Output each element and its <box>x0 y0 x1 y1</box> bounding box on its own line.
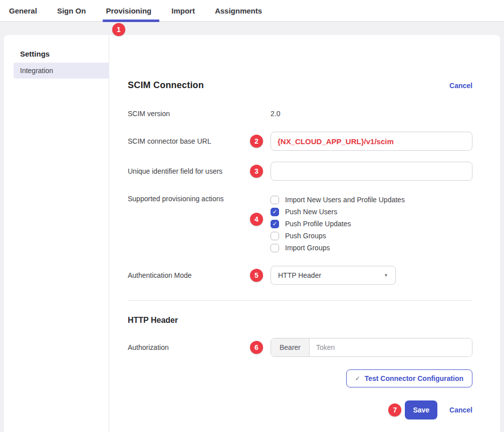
cancel-link-bottom[interactable]: Cancel <box>449 406 472 414</box>
tab-import[interactable]: Import <box>170 0 196 21</box>
checkbox-label: Push Groups <box>285 232 326 240</box>
tab-sign-on[interactable]: Sign On <box>56 0 87 21</box>
cancel-link-top[interactable]: Cancel <box>449 82 472 90</box>
settings-sidebar: Settings Integration <box>4 35 109 432</box>
step-badge-1: 1 <box>112 23 125 36</box>
step-badge-5: 5 <box>250 269 263 282</box>
checkbox-label: Push Profile Updates <box>285 220 351 228</box>
checkbox-import-new-users[interactable]: ✓ Import New Users and Profile Updates <box>271 194 472 206</box>
checkbox-import-groups[interactable]: ✓ Import Groups <box>271 242 472 254</box>
checkbox-label: Import Groups <box>285 244 330 252</box>
bearer-prefix: Bearer <box>271 338 310 356</box>
authorization-label: Authorization <box>128 342 271 352</box>
page-title: SCIM Connection <box>128 80 204 91</box>
token-input[interactable] <box>310 338 472 356</box>
checkbox-icon[interactable]: ✓ <box>271 196 279 204</box>
scim-version-value: 2.0 <box>271 110 472 118</box>
unique-identifier-label: Unique identifier field for users <box>128 166 271 176</box>
scim-connection-form: SCIM Connection Cancel SCIM version 2.0 … <box>109 35 500 432</box>
checkbox-icon[interactable]: ✓ <box>271 232 279 240</box>
checkbox-icon[interactable]: ✓ <box>271 208 279 216</box>
app-tab-bar: General Sign On Provisioning Import Assi… <box>0 0 504 22</box>
checkbox-icon[interactable]: ✓ <box>271 244 279 252</box>
check-icon: ✓ <box>355 375 360 382</box>
step-badge-4: 4 <box>250 213 263 226</box>
base-url-input[interactable] <box>271 132 472 151</box>
http-header-section-title: HTTP Header <box>128 316 472 325</box>
checkbox-push-profile-updates[interactable]: ✓ Push Profile Updates <box>271 218 472 230</box>
checkbox-label: Push New Users <box>285 208 337 216</box>
sidebar-item-integration[interactable]: Integration <box>14 63 109 79</box>
tab-provisioning[interactable]: Provisioning <box>105 0 152 21</box>
step-badge-6: 6 <box>250 341 263 354</box>
section-divider <box>128 300 472 301</box>
authentication-mode-value: HTTP Header <box>278 271 321 279</box>
step-badge-7: 7 <box>388 403 401 416</box>
base-url-row: SCIM connector base URL 2 <box>128 132 472 151</box>
step-badge-2: 2 <box>250 135 263 148</box>
provisioning-actions-row: Supported provisioning actions 4 ✓ Impor… <box>128 194 472 254</box>
scim-version-row: SCIM version 2.0 <box>128 109 472 119</box>
test-connector-configuration-label: Test Connector Configuration <box>365 374 463 382</box>
authorization-row: Authorization 6 Bearer <box>128 338 472 357</box>
provisioning-actions-label: Supported provisioning actions <box>128 194 271 204</box>
scim-version-label: SCIM version <box>128 109 271 119</box>
authentication-mode-select[interactable]: HTTP Header ▼ <box>271 266 396 285</box>
base-url-label: SCIM connector base URL <box>128 136 271 146</box>
checkbox-push-groups[interactable]: ✓ Push Groups <box>271 230 472 242</box>
checkbox-label: Import New Users and Profile Updates <box>285 196 405 204</box>
authentication-mode-label: Authentication Mode <box>128 270 271 280</box>
checkbox-icon[interactable]: ✓ <box>271 220 279 228</box>
save-button[interactable]: Save <box>405 400 437 419</box>
chevron-down-icon: ▼ <box>384 273 388 278</box>
authentication-mode-row: Authentication Mode 5 HTTP Header ▼ <box>128 266 472 285</box>
provisioning-panel: Settings Integration SCIM Connection Can… <box>4 35 500 432</box>
sidebar-heading: Settings <box>20 50 109 58</box>
checkbox-push-new-users[interactable]: ✓ Push New Users <box>271 206 472 218</box>
authorization-input-group: Bearer <box>271 338 472 357</box>
step-badge-3: 3 <box>250 165 263 178</box>
check-icon: ✓ <box>272 209 277 215</box>
check-icon: ✓ <box>272 221 277 227</box>
tab-assignments[interactable]: Assignments <box>214 0 263 21</box>
unique-identifier-row: Unique identifier field for users 3 <box>128 162 472 181</box>
test-connector-configuration-button[interactable]: ✓ Test Connector Configuration <box>346 369 472 387</box>
unique-identifier-input[interactable] <box>271 162 472 181</box>
tab-general[interactable]: General <box>8 0 38 21</box>
